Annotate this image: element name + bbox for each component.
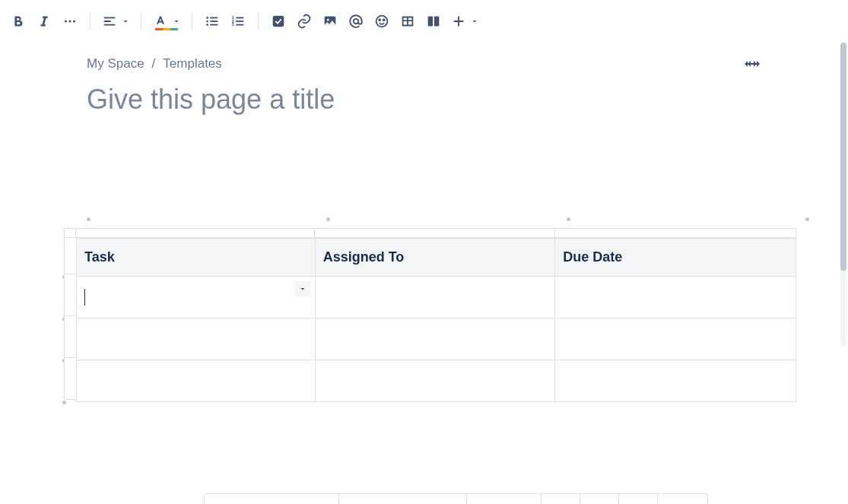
- svg-text:3: 3: [232, 22, 234, 27]
- bold-button[interactable]: [6, 9, 30, 33]
- table-cell[interactable]: [315, 319, 555, 360]
- table-row: [77, 360, 796, 402]
- svg-point-1: [68, 20, 71, 22]
- svg-rect-6: [210, 21, 218, 22]
- more-icon: [62, 13, 78, 30]
- chevron-down-icon: [121, 17, 130, 26]
- title-input[interactable]: [87, 84, 761, 116]
- italic-button[interactable]: [32, 9, 56, 33]
- row-selector[interactable]: [64, 316, 76, 358]
- chevron-down-icon: [470, 17, 479, 26]
- table-cell[interactable]: [77, 277, 316, 319]
- row-handle[interactable]: [62, 401, 66, 404]
- toolbar-divider: [90, 12, 91, 30]
- checkbox-icon: [270, 13, 287, 30]
- column-selector[interactable]: [315, 229, 555, 237]
- svg-point-19: [376, 16, 388, 27]
- table-cell[interactable]: [555, 360, 796, 402]
- table-cell[interactable]: [555, 277, 796, 319]
- svg-rect-12: [236, 21, 243, 22]
- text-color-icon: [152, 13, 169, 30]
- svg-point-21: [383, 19, 385, 21]
- align-button[interactable]: [98, 9, 133, 33]
- table-icon: [399, 13, 416, 30]
- column-selector[interactable]: [555, 229, 796, 237]
- align-left-icon: [101, 13, 118, 30]
- cell-options-button[interactable]: [295, 281, 310, 296]
- row-selector[interactable]: [64, 238, 76, 274]
- table-floating-toolbar[interactable]: [204, 493, 708, 504]
- scrollbar-thumb[interactable]: [840, 43, 846, 271]
- numbered-list-button[interactable]: 123: [226, 9, 250, 33]
- image-icon: [322, 13, 338, 30]
- svg-rect-15: [273, 16, 284, 27]
- more-formatting-button[interactable]: [58, 9, 82, 33]
- page-title: [26, 71, 822, 116]
- svg-rect-14: [236, 24, 243, 26]
- table-header-assigned[interactable]: Assigned To: [315, 239, 555, 277]
- row-selector[interactable]: [64, 358, 76, 400]
- svg-point-17: [327, 19, 329, 21]
- column-handle[interactable]: [87, 217, 91, 221]
- content-table: Task Assigned To Due Date: [76, 238, 796, 402]
- link-icon: [296, 13, 313, 30]
- bold-icon: [10, 13, 27, 30]
- breadcrumb-item-templates[interactable]: Templates: [163, 56, 221, 71]
- column-selector[interactable]: [76, 229, 315, 237]
- mention-button[interactable]: [344, 9, 368, 33]
- toolbar-divider: [258, 12, 259, 30]
- table-cell[interactable]: [77, 319, 316, 360]
- breadcrumb-item-space[interactable]: My Space: [87, 56, 145, 71]
- table-cell[interactable]: [315, 277, 555, 319]
- svg-point-0: [65, 20, 67, 22]
- breadcrumb-separator: /: [152, 56, 156, 71]
- column-handle[interactable]: [805, 217, 809, 221]
- svg-rect-22: [428, 17, 433, 27]
- link-button[interactable]: [292, 9, 316, 33]
- mention-icon: [348, 13, 364, 30]
- column-handle[interactable]: [567, 217, 570, 221]
- table-row: [77, 319, 796, 360]
- table-cell[interactable]: [555, 319, 796, 360]
- table-header-due[interactable]: Due Date: [555, 239, 796, 277]
- column-handle[interactable]: [326, 217, 330, 221]
- chevron-down-icon: [298, 284, 307, 293]
- svg-point-7: [206, 24, 208, 26]
- insert-button[interactable]: [447, 9, 482, 33]
- select-all-handle[interactable]: [64, 229, 76, 237]
- text-cursor: [84, 289, 85, 306]
- breadcrumb: My Space / Templates: [87, 56, 222, 71]
- toolbar-divider: [192, 12, 192, 30]
- image-button[interactable]: [318, 9, 342, 33]
- layouts-icon: [425, 13, 442, 30]
- editor-toolbar: 123: [0, 0, 848, 43]
- editor-content: My Space / Templates: [0, 43, 848, 402]
- svg-point-2: [73, 20, 75, 22]
- text-color-button[interactable]: [149, 9, 184, 33]
- emoji-button[interactable]: [370, 9, 394, 33]
- row-selector[interactable]: [64, 274, 76, 316]
- svg-rect-4: [210, 17, 218, 19]
- table-header-task[interactable]: Task: [77, 239, 316, 277]
- svg-point-5: [206, 21, 208, 23]
- emoji-icon: [373, 13, 390, 30]
- bullet-list-icon: [204, 13, 221, 30]
- svg-point-20: [379, 19, 380, 21]
- svg-rect-23: [434, 17, 439, 27]
- bullet-list-button[interactable]: [200, 9, 224, 33]
- expand-width-button[interactable]: [743, 58, 761, 70]
- plus-icon: [450, 13, 467, 30]
- svg-rect-10: [236, 17, 243, 19]
- table-cell[interactable]: [315, 360, 555, 402]
- layouts-button[interactable]: [421, 9, 446, 33]
- table-cell[interactable]: [77, 360, 316, 402]
- chevron-down-icon: [172, 17, 181, 26]
- expand-horizontal-icon: [743, 58, 761, 70]
- vertical-scrollbar[interactable]: [840, 43, 846, 347]
- table-button[interactable]: [395, 9, 420, 33]
- svg-point-18: [354, 19, 358, 24]
- toolbar-divider: [141, 12, 141, 30]
- svg-point-3: [206, 17, 208, 19]
- action-item-button[interactable]: [266, 9, 291, 33]
- svg-rect-8: [210, 24, 218, 26]
